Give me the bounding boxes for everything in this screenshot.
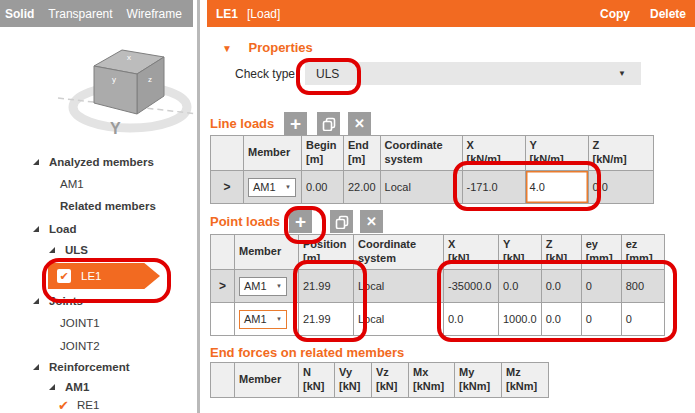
ez-cell[interactable]: 0: [621, 303, 664, 336]
axis-y-label: Y: [110, 120, 121, 137]
x-load-cell[interactable]: -35000.0: [444, 270, 499, 303]
line-loads-heading: Line loads: [210, 116, 274, 131]
checkbox-checked-icon[interactable]: ✔: [58, 398, 69, 413]
panel-header: LE1 [Load] Copy Delete: [207, 0, 695, 27]
line-loads-table: Member Begin[m] End[m] Coordinate system…: [210, 135, 654, 204]
svg-text:z: z: [148, 75, 152, 84]
tree-item-load[interactable]: Load: [32, 220, 76, 238]
point-loads-copy-button[interactable]: [330, 210, 353, 233]
position-cell[interactable]: 21.99: [299, 270, 354, 303]
tree-item-analyzed-members[interactable]: Analyzed members: [32, 153, 154, 171]
svg-text:x: x: [127, 53, 131, 62]
end-forces-table: Member N[kN] Vy[kN] Vz[kN] Mx[kNm] My[kN…: [210, 362, 549, 398]
dropdown-arrow-icon: ▼: [285, 184, 291, 190]
point-loads-header-row: Member Position[m] Coordinate system X[k…: [211, 235, 665, 270]
ez-cell[interactable]: 800: [621, 270, 664, 303]
line-loads-row[interactable]: > AM1▼ 0.00 22.00 Local -171.0 4.0 0.0: [211, 171, 654, 204]
expander-icon[interactable]: [32, 295, 40, 307]
coordinate-system-cell[interactable]: Local: [354, 303, 444, 336]
dropdown-arrow-icon: ▼: [276, 316, 282, 322]
tree-item-reinforcement[interactable]: Reinforcement: [32, 358, 130, 376]
tree-item-uls[interactable]: ULS: [48, 241, 88, 259]
load-detail-panel: LE1 [Load] Copy Delete ▼ Properties Chec…: [207, 0, 695, 413]
position-cell[interactable]: 21.99: [299, 303, 354, 336]
view-mode-transparent[interactable]: Transparent: [48, 7, 112, 21]
point-loads-table: Member Position[m] Coordinate system X[k…: [210, 234, 665, 336]
tree-item-joints[interactable]: Joints: [32, 292, 83, 310]
tree-item-joint2[interactable]: JOINT2: [60, 337, 100, 355]
point-loads-row[interactable]: > AM1▼ 21.99 Local -35000.0 0.0 0.0 0 80…: [211, 270, 665, 303]
ey-cell[interactable]: 0: [581, 270, 621, 303]
check-type-select[interactable]: ULS ▼: [305, 62, 641, 85]
dropdown-arrow-icon: ▼: [618, 69, 626, 78]
line-loads-add-button[interactable]: +: [284, 112, 307, 135]
expander-icon[interactable]: [32, 223, 40, 235]
delete-button[interactable]: Delete: [650, 7, 686, 21]
member-dropdown[interactable]: AM1▼: [239, 310, 287, 329]
view-mode-toolbar: Solid Transparent Wireframe: [0, 0, 193, 27]
end-cell[interactable]: 22.00: [344, 171, 381, 204]
z-load-cell[interactable]: 0.0: [588, 171, 653, 204]
tree-item-joint1[interactable]: JOINT1: [60, 314, 100, 332]
x-load-cell[interactable]: -171.0: [462, 171, 525, 204]
checkbox-checked-icon[interactable]: ✔: [57, 269, 71, 283]
z-load-cell[interactable]: 0.0: [541, 303, 581, 336]
view-mode-solid[interactable]: Solid: [5, 7, 34, 21]
tree-item-le1-selected[interactable]: ✔ LE1: [48, 263, 160, 289]
row-selector-chevron[interactable]: >: [211, 270, 235, 303]
dropdown-arrow-icon: ▼: [276, 283, 282, 289]
tree-item-related-members[interactable]: Related members: [60, 197, 156, 215]
properties-section-header[interactable]: ▼ Properties: [222, 40, 313, 55]
point-loads-add-button[interactable]: +: [289, 210, 312, 233]
collapse-triangle-icon[interactable]: ▼: [222, 43, 232, 54]
tree-item-am1[interactable]: AM1: [60, 175, 84, 193]
end-forces-header-row: Member N[kN] Vy[kN] Vz[kN] Mx[kNm] My[kN…: [211, 363, 549, 398]
x-load-cell[interactable]: 0.0: [444, 303, 499, 336]
ey-cell[interactable]: 0: [581, 303, 621, 336]
y-load-cell[interactable]: 0.0: [499, 270, 542, 303]
check-type-label: Check type: [235, 67, 295, 81]
begin-cell[interactable]: 0.00: [302, 171, 344, 204]
tree-item-re1[interactable]: ✔ RE1: [58, 396, 99, 413]
3d-viewport-cube[interactable]: y z x Y: [52, 30, 202, 148]
y-load-cell[interactable]: 1000.0: [499, 303, 542, 336]
panel-title: LE1: [216, 7, 238, 21]
line-loads-delete-button[interactable]: ✕: [348, 112, 371, 135]
expander-icon[interactable]: [48, 381, 56, 393]
expander-icon[interactable]: [48, 244, 56, 256]
panel-context-label: [Load]: [247, 7, 280, 21]
member-dropdown[interactable]: AM1▼: [239, 277, 287, 296]
y-load-cell-active[interactable]: 4.0: [525, 171, 588, 204]
expander-icon[interactable]: [32, 156, 40, 168]
expander-icon[interactable]: [32, 361, 40, 373]
line-loads-copy-button[interactable]: [317, 112, 340, 135]
app-window: Solid Transparent Wireframe y z x Y Anal…: [0, 0, 695, 413]
coordinate-system-cell[interactable]: Local: [354, 270, 444, 303]
line-loads-header-row: Member Begin[m] End[m] Coordinate system…: [211, 136, 654, 171]
end-forces-heading: End forces on related members: [210, 345, 404, 360]
point-loads-row[interactable]: AM1▼ 21.99 Local 0.0 1000.0 0.0 0 0: [211, 303, 665, 336]
row-selector-chevron[interactable]: >: [211, 171, 244, 204]
tree-item-reinforcement-am1[interactable]: AM1: [48, 378, 89, 396]
copy-button[interactable]: Copy: [600, 7, 630, 21]
point-loads-heading: Point loads: [210, 214, 280, 229]
panel-splitter[interactable]: [197, 0, 200, 413]
view-mode-wireframe[interactable]: Wireframe: [127, 7, 182, 21]
member-dropdown[interactable]: AM1▼: [248, 178, 296, 197]
coordinate-system-cell[interactable]: Local: [380, 171, 462, 204]
point-loads-delete-button[interactable]: ✕: [360, 210, 383, 233]
z-load-cell[interactable]: 0.0: [541, 270, 581, 303]
svg-text:y: y: [112, 75, 116, 84]
